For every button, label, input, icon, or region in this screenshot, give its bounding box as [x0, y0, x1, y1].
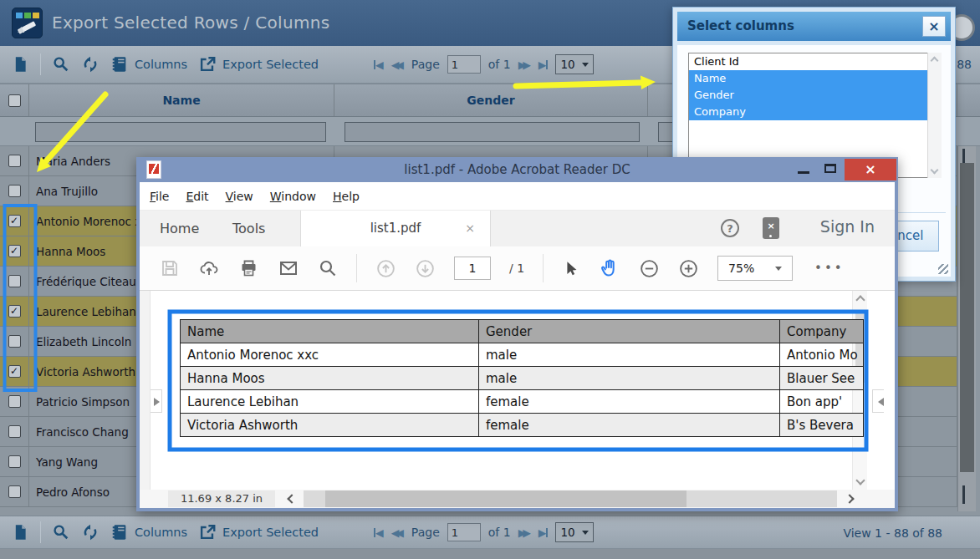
row-checkbox[interactable]: ✓ [8, 245, 21, 257]
scroll-down-icon[interactable] [855, 475, 865, 485]
email-icon[interactable] [278, 258, 299, 278]
columns-button[interactable]: Columns [110, 55, 187, 74]
column-option[interactable]: Client Id [689, 53, 941, 70]
pdf-table-row: Hanna MoosmaleBlauer See [181, 367, 864, 390]
scrollbar-thumb[interactable] [960, 163, 974, 472]
column-header-gender[interactable]: Gender [334, 84, 648, 116]
prev-page-button[interactable]: ◀◀ [391, 58, 404, 71]
page-size-select[interactable]: 10 [555, 54, 594, 74]
minimize-button[interactable] [798, 164, 809, 174]
row-checkbox[interactable] [8, 395, 21, 408]
prev-page-button[interactable]: ◀◀ [391, 526, 404, 539]
select-tool-icon[interactable] [562, 258, 580, 278]
first-page-button[interactable]: ◀ [374, 58, 384, 71]
tab-home[interactable]: Home [160, 211, 199, 246]
save-icon[interactable] [160, 258, 180, 278]
export-selected-button[interactable]: Export Selected [198, 523, 319, 541]
column-option[interactable]: Company [689, 104, 941, 120]
tab-document[interactable]: list1.pdf × [300, 211, 491, 246]
menu-file[interactable]: File [150, 190, 169, 203]
row-checkbox[interactable] [8, 155, 21, 167]
cloud-upload-icon[interactable] [198, 258, 220, 278]
column-header-name[interactable]: Name [29, 84, 334, 116]
name-filter-input[interactable] [35, 122, 326, 142]
export-icon [198, 55, 217, 74]
scroll-up-icon[interactable] [855, 295, 865, 304]
last-page-button[interactable]: ▶ [538, 58, 549, 71]
menu-edit[interactable]: Edit [186, 190, 208, 203]
previous-page-icon[interactable] [375, 258, 396, 279]
scroll-right-icon[interactable] [845, 494, 854, 503]
left-pane-toggle[interactable] [151, 389, 162, 413]
resize-handle[interactable] [938, 264, 948, 274]
refresh-icon[interactable] [81, 55, 100, 74]
page-size-select[interactable]: 10 [555, 522, 594, 542]
pdf-table-cell: male [479, 367, 780, 390]
row-checkbox[interactable] [8, 425, 21, 438]
gender-filter-input[interactable] [345, 122, 640, 142]
columns-button[interactable]: Columns [110, 523, 187, 541]
scroll-left-icon[interactable] [287, 494, 296, 503]
export-selected-button[interactable]: Export Selected [198, 55, 319, 74]
checkbox-cell [0, 387, 29, 416]
scroll-down-icon[interactable] [962, 485, 965, 504]
new-document-icon[interactable] [12, 54, 29, 74]
refresh-icon[interactable] [81, 523, 100, 541]
scroll-up-icon[interactable] [931, 57, 939, 65]
row-checkbox[interactable] [8, 485, 21, 498]
page-number-input[interactable] [447, 523, 481, 541]
search-icon[interactable] [52, 523, 70, 541]
zoom-out-icon[interactable] [639, 258, 660, 279]
search-icon[interactable] [52, 55, 70, 74]
scrollbar-thumb[interactable] [325, 490, 687, 507]
page-number-input[interactable] [447, 55, 481, 74]
tab-tools[interactable]: Tools [232, 211, 265, 246]
select-all-checkbox[interactable] [8, 94, 21, 107]
mobile-device-icon[interactable]: × [763, 217, 779, 239]
menu-help[interactable]: Help [333, 190, 360, 203]
dialog-close-button[interactable]: × [922, 16, 946, 37]
page-title: Export Selected Rows / Columns [52, 13, 329, 33]
row-checkbox[interactable]: ✓ [8, 365, 21, 378]
sign-in-button[interactable]: Sign In [820, 217, 875, 236]
pdf-page-input[interactable] [454, 257, 491, 280]
print-icon[interactable] [238, 258, 259, 278]
export-icon [198, 523, 217, 541]
menu-window[interactable]: Window [270, 190, 316, 203]
row-checkbox[interactable]: ✓ [8, 215, 21, 227]
zoom-level-select[interactable]: 75% [717, 256, 793, 281]
checkbox-cell [0, 176, 29, 206]
pdf-table-cell: Bon app' [780, 390, 864, 414]
next-page-button[interactable]: ▶▶ [518, 58, 531, 71]
row-checkbox[interactable] [8, 185, 21, 197]
close-tab-icon[interactable]: × [465, 211, 475, 246]
hand-tool-icon[interactable] [599, 257, 620, 279]
row-checkbox[interactable] [8, 335, 21, 348]
column-option[interactable]: Name [689, 70, 941, 87]
maximize-button[interactable] [824, 164, 836, 173]
checkbox-cell [0, 417, 29, 446]
next-page-icon[interactable] [415, 258, 436, 279]
menu-view[interactable]: View [226, 190, 253, 203]
row-checkbox[interactable] [8, 455, 21, 468]
close-button[interactable]: × [845, 159, 896, 180]
zoom-in-icon[interactable] [678, 258, 699, 279]
pdf-horizontal-scrollbar[interactable] [304, 490, 837, 507]
new-document-icon[interactable] [12, 522, 29, 542]
more-tools-icon[interactable]: ••• [814, 261, 845, 276]
search-icon[interactable] [318, 258, 338, 278]
row-checkbox[interactable]: ✓ [8, 305, 21, 318]
app-logo-icon [12, 8, 43, 38]
right-pane-toggle[interactable] [872, 389, 884, 413]
last-page-button[interactable]: ▶ [538, 526, 549, 539]
first-page-button[interactable]: ◀ [374, 526, 384, 539]
grid-scrollbar[interactable] [957, 146, 976, 511]
help-icon[interactable]: ? [721, 219, 739, 237]
next-page-button[interactable]: ▶▶ [518, 526, 531, 539]
page-label: Page [411, 526, 440, 539]
row-checkbox[interactable] [8, 275, 21, 287]
checkbox-cell: ✓ [0, 206, 29, 236]
column-option[interactable]: Gender [689, 87, 941, 104]
listbox-scrollbar[interactable] [927, 53, 942, 178]
scroll-down-icon[interactable] [931, 166, 939, 175]
